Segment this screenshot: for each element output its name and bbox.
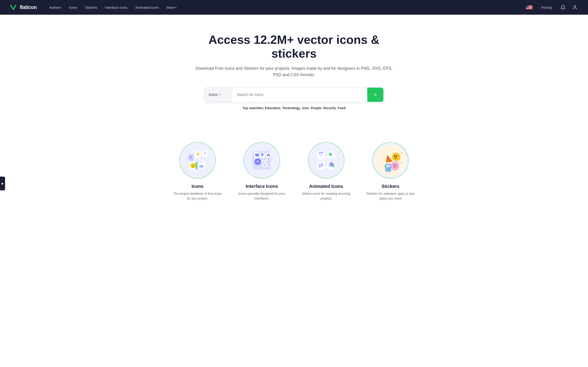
stickers-category-illustration: ✦ ✦ ✦ — [374, 144, 406, 176]
svg-point-67 — [391, 161, 399, 171]
search-term-education[interactable]: Education — [265, 106, 281, 110]
nav-authors[interactable]: Authors — [46, 4, 64, 11]
category-animated-icons-title: Animated Icons — [301, 184, 351, 189]
svg-point-58 — [333, 164, 334, 166]
user-icon — [572, 5, 578, 10]
nav-animated-icons[interactable]: Animated icons — [132, 4, 162, 11]
category-interface-icons-desc: Icons specially designed for your interf… — [237, 191, 287, 201]
svg-text:≫: ≫ — [189, 155, 193, 159]
us-flag-icon — [526, 5, 532, 9]
svg-point-68 — [393, 165, 394, 165]
dropdown-arrow-icon: ▾ — [219, 93, 221, 96]
svg-rect-51 — [318, 154, 323, 155]
svg-text:✦: ✦ — [400, 151, 403, 155]
svg-point-16 — [574, 6, 576, 7]
svg-point-61 — [389, 160, 391, 161]
hero-section: Access 12.2M+ vector icons & stickers Do… — [191, 15, 397, 137]
chevron-down-icon: ▾ — [175, 6, 176, 9]
category-stickers-image: ✦ ✦ ✦ — [372, 142, 409, 179]
logo-text: flaticon — [20, 4, 37, 10]
notifications-button[interactable] — [559, 3, 567, 11]
category-animated-icons[interactable]: Animated Icons Motion icons for creating… — [301, 142, 351, 201]
svg-rect-15 — [526, 5, 528, 8]
category-animated-icons-desc: Motion icons for creating stunning proje… — [301, 191, 351, 201]
svg-rect-54 — [317, 161, 325, 169]
category-interface-icons[interactable]: + < > Interface Icons Icons specially de… — [237, 142, 287, 201]
search-term-security[interactable]: Security — [323, 106, 336, 110]
category-stickers-desc: Stickers for websites, apps or any place… — [365, 191, 416, 201]
category-interface-icons-title: Interface Icons — [237, 184, 287, 189]
svg-text:✦: ✦ — [401, 162, 403, 164]
top-searches: Top searches: Education, Technology, Use… — [195, 106, 393, 110]
language-selector[interactable] — [525, 4, 534, 11]
svg-point-28 — [199, 165, 201, 168]
svg-text:+: + — [257, 159, 259, 164]
interface-icons-category-illustration: + < > — [246, 144, 278, 176]
search-term-user[interactable]: User — [302, 106, 309, 110]
svg-text:<: < — [263, 161, 264, 163]
svg-rect-41 — [262, 163, 267, 167]
svg-text:>: > — [267, 161, 268, 163]
svg-point-17 — [182, 145, 213, 176]
search-input[interactable] — [232, 88, 367, 102]
svg-rect-57 — [330, 162, 333, 166]
svg-rect-71 — [386, 165, 390, 167]
top-searches-terms: Education, Technology, User, People, Sec… — [265, 106, 346, 110]
search-type-selector[interactable]: Icons ▾ — [205, 88, 232, 102]
search-term-technology[interactable]: Technology — [282, 106, 300, 110]
nav-stickers[interactable]: Stickers — [82, 4, 100, 11]
category-icons-title: Icons — [172, 184, 223, 189]
search-button[interactable] — [367, 88, 383, 102]
category-stickers[interactable]: ✦ ✦ ✦ Stickers Stickers for websites, ap… — [365, 142, 416, 201]
logo-icon — [9, 3, 17, 11]
svg-rect-32 — [195, 162, 198, 169]
svg-point-64 — [396, 156, 397, 157]
hero-subtitle: Download Free Icons and Stickers for you… — [195, 65, 393, 78]
svg-point-47 — [311, 145, 342, 176]
svg-rect-13 — [526, 9, 532, 9]
svg-point-60 — [388, 158, 389, 159]
svg-text:✦: ✦ — [204, 151, 207, 155]
navbar: flaticon Authors Icons Stickers Interfac… — [0, 0, 588, 15]
category-icons-desc: The largest database of free icons for a… — [172, 191, 223, 201]
category-stickers-title: Stickers — [365, 184, 416, 189]
hero-title: Access 12.2M+ vector icons & stickers — [195, 33, 393, 60]
animated-icons-category-illustration — [310, 144, 342, 176]
category-icons[interactable]: ✦ ≫ Icons The largest database of fre — [172, 142, 223, 201]
svg-rect-50 — [318, 153, 324, 154]
chevron-right-icon: ▶ — [2, 182, 4, 185]
logo-link[interactable]: flaticon — [9, 3, 37, 11]
svg-rect-14 — [526, 9, 532, 9]
search-bar: Icons ▾ — [204, 87, 384, 102]
svg-point-63 — [394, 156, 395, 157]
svg-rect-9 — [526, 8, 532, 8]
icons-category-illustration: ✦ ≫ — [182, 144, 214, 176]
svg-rect-49 — [319, 152, 323, 153]
svg-point-24 — [192, 165, 192, 165]
svg-rect-10 — [526, 8, 532, 8]
svg-point-25 — [194, 165, 194, 165]
main-nav: Authors Icons Stickers Interface icons A… — [46, 4, 525, 11]
search-term-people[interactable]: People — [311, 106, 321, 110]
svg-point-29 — [201, 165, 204, 168]
search-type-label: Icons — [209, 93, 217, 97]
bell-icon — [561, 5, 565, 10]
user-account-button[interactable] — [571, 3, 579, 11]
pricing-link[interactable]: Pricing — [538, 4, 555, 11]
categories-section: ✦ ≫ Icons The largest database of fre — [0, 137, 588, 219]
top-searches-label: Top searches: — [242, 106, 264, 110]
category-icons-image: ✦ ≫ — [179, 142, 216, 179]
svg-rect-11 — [526, 8, 532, 8]
nav-interface-icons[interactable]: Interface icons — [102, 4, 131, 11]
nav-icons[interactable]: Icons — [66, 4, 80, 11]
navbar-right: Pricing — [525, 3, 579, 11]
svg-point-69 — [396, 165, 397, 165]
category-interface-icons-image: + < > — [243, 142, 280, 179]
svg-rect-12 — [526, 8, 532, 9]
sidebar-toggle-button[interactable]: ▶ — [0, 177, 5, 190]
svg-point-62 — [392, 153, 400, 161]
category-animated-icons-image — [308, 142, 345, 179]
nav-more[interactable]: More ▾ — [163, 4, 180, 11]
search-term-food[interactable]: Food — [338, 106, 346, 110]
svg-rect-52 — [318, 155, 322, 156]
